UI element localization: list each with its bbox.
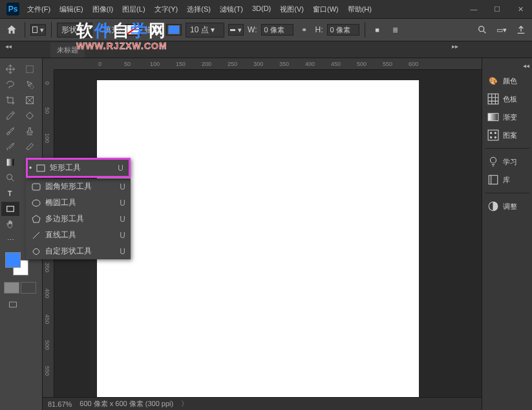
panel-color[interactable]: 🎨颜色 <box>485 73 529 89</box>
status-chevron[interactable]: 〉 <box>181 399 188 409</box>
svg-rect-10 <box>10 302 17 307</box>
minimize-button[interactable]: — <box>465 3 483 16</box>
polygon-icon <box>31 214 41 224</box>
menu-edit[interactable]: 编辑(E) <box>56 2 87 17</box>
search-icon[interactable] <box>475 23 489 37</box>
flyout-polygon-tool[interactable]: 多边形工具U <box>26 211 131 227</box>
screen-mode[interactable] <box>4 297 22 312</box>
ruler-horizontal[interactable]: 050 100150 200250 300350 400450 500550 6… <box>54 58 505 70</box>
flyout-line-tool[interactable]: 直线工具U <box>26 227 131 243</box>
history-brush-tool[interactable] <box>1 140 19 154</box>
menu-image[interactable]: 图像(I) <box>89 2 117 17</box>
flyout-custom-shape-tool[interactable]: 自定形状工具U <box>26 243 131 259</box>
ellipse-icon <box>31 198 41 208</box>
menu-file[interactable]: 文件(F) <box>23 2 54 17</box>
shape-tool-flyout-highlighted: 矩形工具U <box>26 158 131 178</box>
doc-info[interactable]: 600 像素 x 600 像素 (300 ppi) <box>80 399 173 409</box>
zoom-level[interactable]: 81.67% <box>48 400 72 408</box>
width-input[interactable] <box>261 24 293 36</box>
stamp-tool[interactable] <box>21 124 39 138</box>
crop-tool[interactable] <box>1 93 19 107</box>
panel-pattern[interactable]: 图案 <box>485 127 529 143</box>
svg-point-16 <box>491 136 492 138</box>
quick-select-tool[interactable] <box>21 78 39 92</box>
titlebar: Ps 文件(F) 编辑(E) 图像(I) 图层(L) 文字(Y) 选择(S) 滤… <box>0 0 532 18</box>
custom-shape-icon <box>31 246 41 257</box>
type-tool[interactable]: T <box>1 186 19 200</box>
stroke-swatch[interactable] <box>166 24 182 36</box>
svg-rect-1 <box>27 66 34 73</box>
app-logo: Ps <box>6 3 19 16</box>
svg-point-18 <box>491 157 496 163</box>
move-tool[interactable] <box>1 62 19 76</box>
brush-tool[interactable] <box>1 124 19 138</box>
grid-icon <box>487 94 499 104</box>
panel-gradient[interactable]: 渐变 <box>485 109 529 125</box>
svg-rect-19 <box>489 175 498 184</box>
menu-view[interactable]: 视图(V) <box>276 2 308 17</box>
home-button[interactable] <box>4 22 19 38</box>
edit-toolbar[interactable]: ⋯ <box>1 233 19 247</box>
canvas[interactable] <box>97 80 419 397</box>
ruler-corner <box>43 58 54 70</box>
height-input[interactable] <box>327 24 359 36</box>
expand-toolbar-icon[interactable]: ◂◂ <box>5 43 12 50</box>
status-bar: 81.67% 600 像素 x 600 像素 (300 ppi) 〉 <box>43 397 505 410</box>
gradient-icon <box>487 112 499 122</box>
panel-swatches[interactable]: 色板 <box>485 91 529 107</box>
expand-right-panel-icon[interactable]: ◂◂ <box>485 62 529 69</box>
path-ops-icon[interactable]: ■ <box>370 23 385 37</box>
rectangle-tool[interactable] <box>1 202 19 216</box>
dodge-tool[interactable] <box>1 171 19 185</box>
shape-mode-select[interactable]: 形状 ▾ <box>57 23 92 38</box>
panel-libraries[interactable]: 库 <box>485 172 529 188</box>
home-icon <box>6 24 17 36</box>
foreground-color[interactable] <box>5 252 21 268</box>
menu-type[interactable]: 文字(Y) <box>151 2 182 17</box>
gradient-tool[interactable] <box>1 155 19 169</box>
hand-tool[interactable] <box>1 217 19 232</box>
panel-adjustments[interactable]: 调整 <box>485 199 529 214</box>
share-icon[interactable] <box>514 23 528 37</box>
svg-rect-22 <box>32 184 40 190</box>
flyout-rectangle-tool[interactable]: 矩形工具U <box>28 160 129 176</box>
healing-tool[interactable] <box>21 109 39 123</box>
close-button[interactable]: ✕ <box>511 3 529 16</box>
standard-mode[interactable] <box>4 282 19 294</box>
frame-tool[interactable] <box>21 93 39 107</box>
h-label: H: <box>315 25 323 34</box>
eyedropper-tool[interactable] <box>1 109 19 123</box>
menu-window[interactable]: 窗口(W) <box>309 2 343 17</box>
document-tab[interactable]: 未标题 <box>50 43 85 58</box>
panel-learn[interactable]: 学习 <box>485 154 529 169</box>
lasso-tool[interactable] <box>1 78 19 92</box>
menu-select[interactable]: 选择(S) <box>183 2 215 17</box>
tool-preset[interactable]: ▾ <box>30 24 46 36</box>
shape-tool-flyout: 圆角矩形工具U 椭圆工具U 多边形工具U 直线工具U 自定形状工具U <box>26 178 131 259</box>
contrast-icon <box>487 201 499 211</box>
menu-filter[interactable]: 滤镜(T) <box>216 2 247 17</box>
maximize-button[interactable]: ☐ <box>488 3 506 16</box>
quickmask-mode[interactable] <box>21 282 36 294</box>
eraser-tool[interactable] <box>21 140 39 154</box>
expand-panel-icon[interactable]: ▸▸ <box>452 43 458 50</box>
flyout-ellipse-tool[interactable]: 椭圆工具U <box>26 195 131 211</box>
menu-3d[interactable]: 3D(D) <box>248 2 275 17</box>
link-wh-icon[interactable]: ⚭ <box>297 23 312 37</box>
svg-rect-4 <box>26 112 33 119</box>
fill-swatch[interactable] <box>125 24 141 36</box>
stroke-width-select[interactable]: 10 点 ▾ <box>186 23 224 38</box>
rounded-rect-icon <box>31 182 41 192</box>
window-controls: — ☐ ✕ <box>465 3 529 16</box>
align-icon[interactable]: ≣ <box>388 23 403 37</box>
palette-icon: 🎨 <box>487 76 499 86</box>
marquee-tool[interactable] <box>21 62 39 76</box>
svg-point-2 <box>30 85 34 89</box>
svg-rect-8 <box>7 206 14 211</box>
stroke-style[interactable]: ▾ <box>228 24 244 36</box>
workspace-icon[interactable]: ▭▾ <box>495 23 509 37</box>
menu-layer[interactable]: 图层(L) <box>118 2 149 17</box>
menu-help[interactable]: 帮助(H) <box>344 2 376 17</box>
flyout-rounded-rect-tool[interactable]: 圆角矩形工具U <box>26 178 131 195</box>
rectangle-icon <box>36 163 46 173</box>
